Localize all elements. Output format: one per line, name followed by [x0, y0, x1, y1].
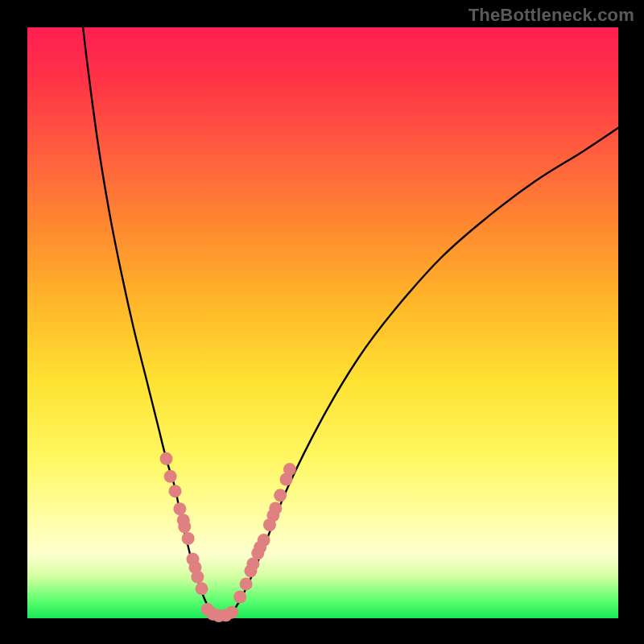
- data-dot: [196, 582, 208, 595]
- data-dot: [164, 470, 177, 483]
- chart-svg: [27, 27, 618, 618]
- data-dot: [169, 485, 182, 497]
- watermark-text: TheBottleneck.com: [469, 5, 634, 26]
- data-dot: [269, 502, 282, 514]
- data-dot: [225, 606, 238, 619]
- data-dot: [240, 577, 253, 590]
- chart-frame: TheBottleneck.com: [0, 0, 644, 644]
- data-dot: [233, 591, 246, 604]
- dot-cluster: [159, 452, 295, 622]
- data-dot: [178, 520, 191, 533]
- data-dot: [159, 452, 172, 465]
- data-dot: [258, 534, 270, 547]
- plot-area: [27, 27, 618, 618]
- left-curve: [80, 4, 217, 616]
- data-dot: [173, 502, 186, 515]
- right-curve: [229, 128, 618, 616]
- data-dot: [191, 571, 204, 584]
- data-dot: [274, 489, 287, 502]
- data-dot: [283, 463, 296, 476]
- data-dot: [182, 532, 195, 545]
